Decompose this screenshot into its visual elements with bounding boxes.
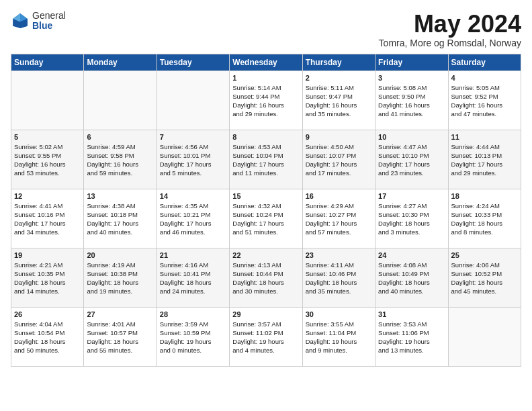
calendar-body: 1Sunrise: 5:14 AM Sunset: 9:44 PM Daylig… [11, 71, 521, 366]
day-info: Sunrise: 4:29 AM Sunset: 10:27 PM Daylig… [306, 201, 372, 237]
title-block: May 2024 Tomra, More og Romsdal, Norway [379, 11, 521, 48]
table-row: 22Sunrise: 4:13 AM Sunset: 10:44 PM Dayl… [230, 248, 302, 307]
table-row [84, 71, 157, 130]
day-info: Sunrise: 4:06 AM Sunset: 10:52 PM Daylig… [451, 261, 518, 296]
day-number: 26 [14, 310, 81, 318]
table-row: 1Sunrise: 5:14 AM Sunset: 9:44 PM Daylig… [230, 71, 302, 130]
day-info: Sunrise: 4:32 AM Sunset: 10:24 PM Daylig… [232, 201, 299, 237]
day-info: Sunrise: 4:13 AM Sunset: 10:44 PM Daylig… [232, 261, 299, 296]
day-number: 14 [160, 192, 226, 200]
logo-text: General Blue [32, 11, 66, 32]
calendar-week-row: 26Sunrise: 4:04 AM Sunset: 10:54 PM Dayl… [11, 307, 521, 366]
header-tuesday: Tuesday [157, 54, 229, 71]
day-info: Sunrise: 5:08 AM Sunset: 9:50 PM Dayligh… [378, 83, 445, 119]
header-friday: Friday [375, 54, 448, 71]
table-row: 9Sunrise: 4:50 AM Sunset: 10:07 PM Dayli… [302, 130, 375, 189]
day-number: 23 [306, 251, 372, 259]
table-row: 18Sunrise: 4:24 AM Sunset: 10:33 PM Dayl… [448, 189, 521, 248]
table-row: 23Sunrise: 4:11 AM Sunset: 10:46 PM Dayl… [302, 248, 375, 307]
calendar-week-row: 19Sunrise: 4:21 AM Sunset: 10:35 PM Dayl… [11, 248, 521, 307]
table-row: 4Sunrise: 5:05 AM Sunset: 9:52 PM Daylig… [448, 71, 521, 130]
day-number: 17 [378, 192, 445, 200]
day-info: Sunrise: 4:19 AM Sunset: 10:38 PM Daylig… [87, 261, 153, 296]
page-header: General Blue May 2024 Tomra, More og Rom… [11, 11, 521, 48]
day-number: 18 [451, 192, 518, 200]
calendar-table: Sunday Monday Tuesday Wednesday Thursday… [11, 54, 521, 367]
table-row: 7Sunrise: 4:56 AM Sunset: 10:01 PM Dayli… [157, 130, 229, 189]
table-row: 20Sunrise: 4:19 AM Sunset: 10:38 PM Dayl… [84, 248, 157, 307]
day-info: Sunrise: 4:08 AM Sunset: 10:49 PM Daylig… [378, 261, 445, 296]
table-row: 15Sunrise: 4:32 AM Sunset: 10:24 PM Dayl… [230, 189, 302, 248]
calendar-week-row: 1Sunrise: 5:14 AM Sunset: 9:44 PM Daylig… [11, 71, 521, 130]
day-number: 12 [14, 192, 81, 200]
day-info: Sunrise: 4:16 AM Sunset: 10:41 PM Daylig… [160, 261, 226, 296]
table-row: 14Sunrise: 4:35 AM Sunset: 10:21 PM Dayl… [157, 189, 229, 248]
day-info: Sunrise: 4:47 AM Sunset: 10:10 PM Daylig… [378, 142, 445, 178]
day-info: Sunrise: 3:59 AM Sunset: 10:59 PM Daylig… [160, 320, 226, 355]
header-monday: Monday [84, 54, 157, 71]
day-info: Sunrise: 4:11 AM Sunset: 10:46 PM Daylig… [306, 261, 372, 296]
day-info: Sunrise: 3:55 AM Sunset: 11:04 PM Daylig… [306, 320, 372, 355]
calendar-week-row: 12Sunrise: 4:41 AM Sunset: 10:16 PM Dayl… [11, 189, 521, 248]
table-row: 19Sunrise: 4:21 AM Sunset: 10:35 PM Dayl… [11, 248, 84, 307]
logo-blue-text: Blue [32, 21, 66, 31]
day-info: Sunrise: 4:04 AM Sunset: 10:54 PM Daylig… [14, 320, 81, 355]
day-number: 24 [378, 251, 445, 259]
day-number: 21 [160, 251, 226, 259]
table-row: 29Sunrise: 3:57 AM Sunset: 11:02 PM Dayl… [230, 307, 302, 366]
table-row: 31Sunrise: 3:53 AM Sunset: 11:06 PM Dayl… [375, 307, 448, 366]
table-row: 24Sunrise: 4:08 AM Sunset: 10:49 PM Dayl… [375, 248, 448, 307]
day-info: Sunrise: 4:38 AM Sunset: 10:18 PM Daylig… [87, 201, 153, 237]
day-number: 11 [451, 133, 518, 141]
day-number: 13 [87, 192, 153, 200]
table-row [157, 71, 229, 130]
header-row: Sunday Monday Tuesday Wednesday Thursday… [11, 54, 521, 71]
day-number: 9 [306, 133, 372, 141]
day-info: Sunrise: 5:14 AM Sunset: 9:44 PM Dayligh… [232, 83, 299, 119]
day-number: 15 [232, 192, 299, 200]
day-number: 25 [451, 251, 518, 259]
day-info: Sunrise: 4:44 AM Sunset: 10:13 PM Daylig… [451, 142, 518, 178]
day-number: 29 [232, 310, 299, 318]
table-row: 3Sunrise: 5:08 AM Sunset: 9:50 PM Daylig… [375, 71, 448, 130]
logo-general-text: General [32, 11, 66, 21]
table-row: 10Sunrise: 4:47 AM Sunset: 10:10 PM Dayl… [375, 130, 448, 189]
day-number: 28 [160, 310, 226, 318]
header-wednesday: Wednesday [230, 54, 302, 71]
day-info: Sunrise: 4:53 AM Sunset: 10:04 PM Daylig… [232, 142, 299, 178]
table-row [11, 71, 84, 130]
day-number: 3 [378, 74, 445, 82]
day-info: Sunrise: 4:24 AM Sunset: 10:33 PM Daylig… [451, 201, 518, 237]
day-info: Sunrise: 3:53 AM Sunset: 11:06 PM Daylig… [378, 320, 445, 355]
day-info: Sunrise: 5:11 AM Sunset: 9:47 PM Dayligh… [306, 83, 372, 119]
day-number: 10 [378, 133, 445, 141]
table-row: 2Sunrise: 5:11 AM Sunset: 9:47 PM Daylig… [302, 71, 375, 130]
calendar-title: May 2024 [379, 11, 521, 38]
table-row: 28Sunrise: 3:59 AM Sunset: 10:59 PM Dayl… [157, 307, 229, 366]
day-number: 16 [306, 192, 372, 200]
header-saturday: Saturday [448, 54, 521, 71]
table-row: 8Sunrise: 4:53 AM Sunset: 10:04 PM Dayli… [230, 130, 302, 189]
table-row: 25Sunrise: 4:06 AM Sunset: 10:52 PM Dayl… [448, 248, 521, 307]
day-info: Sunrise: 5:02 AM Sunset: 9:55 PM Dayligh… [14, 142, 81, 178]
table-row: 21Sunrise: 4:16 AM Sunset: 10:41 PM Dayl… [157, 248, 229, 307]
day-number: 2 [306, 74, 372, 82]
day-info: Sunrise: 4:59 AM Sunset: 9:58 PM Dayligh… [87, 142, 153, 178]
day-info: Sunrise: 5:05 AM Sunset: 9:52 PM Dayligh… [451, 83, 518, 119]
calendar-header: Sunday Monday Tuesday Wednesday Thursday… [11, 54, 521, 71]
day-info: Sunrise: 4:56 AM Sunset: 10:01 PM Daylig… [160, 142, 226, 178]
table-row: 12Sunrise: 4:41 AM Sunset: 10:16 PM Dayl… [11, 189, 84, 248]
day-number: 19 [14, 251, 81, 259]
table-row: 5Sunrise: 5:02 AM Sunset: 9:55 PM Daylig… [11, 130, 84, 189]
table-row: 16Sunrise: 4:29 AM Sunset: 10:27 PM Dayl… [302, 189, 375, 248]
day-number: 22 [232, 251, 299, 259]
day-info: Sunrise: 4:41 AM Sunset: 10:16 PM Daylig… [14, 201, 81, 237]
table-row: 13Sunrise: 4:38 AM Sunset: 10:18 PM Dayl… [84, 189, 157, 248]
day-info: Sunrise: 3:57 AM Sunset: 11:02 PM Daylig… [232, 320, 299, 355]
table-row: 27Sunrise: 4:01 AM Sunset: 10:57 PM Dayl… [84, 307, 157, 366]
day-number: 5 [14, 133, 81, 141]
table-row [448, 307, 521, 366]
logo-icon [11, 11, 30, 30]
day-info: Sunrise: 4:01 AM Sunset: 10:57 PM Daylig… [87, 320, 153, 355]
day-number: 27 [87, 310, 153, 318]
